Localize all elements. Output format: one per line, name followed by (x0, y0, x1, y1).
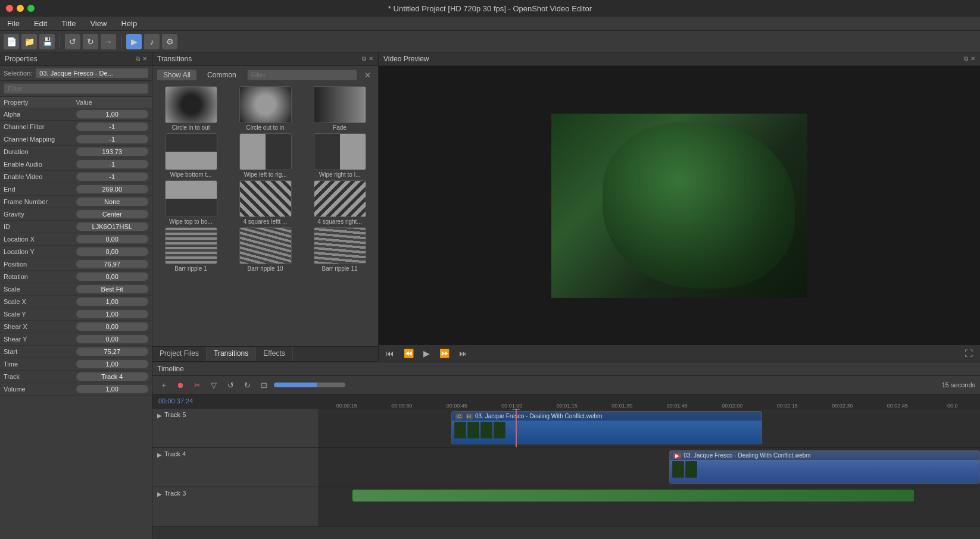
toolbar: 📄 📁 💾 ↺ ↻ → ▶ ♪ ⚙ (0, 31, 980, 52)
transition-item[interactable]: Barr ripple 11 (304, 227, 376, 272)
middle-section: Transitions ⧉ ✕ Show All Common ✕ Circle… (152, 52, 980, 539)
prop-value: LJK6O17HSL (76, 223, 149, 231)
transition-item[interactable]: Wipe right to l... (304, 133, 376, 178)
transition-thumbnail (165, 227, 217, 264)
prop-name: Enable Video (4, 173, 76, 180)
toolbar-save-btn[interactable]: 💾 (39, 34, 55, 49)
tl-insert-btn[interactable]: ▽ (207, 378, 220, 391)
track-4-arrow: ▶ (157, 452, 162, 458)
toolbar-open-btn[interactable]: 📁 (21, 34, 37, 49)
transitions-close-icon[interactable]: ✕ (369, 55, 373, 62)
prop-name: Duration (4, 148, 76, 155)
filter-clear-icon[interactable]: ✕ (362, 71, 373, 80)
transitions-filter-input[interactable] (247, 70, 357, 80)
menu-title[interactable]: Title (59, 18, 78, 29)
ruler-mark: 00:02:15 (760, 403, 815, 409)
video-preview-title: Video Preview (383, 55, 429, 63)
transition-item[interactable]: Wipe top to bo... (155, 180, 227, 225)
transition-item[interactable]: Wipe bottom t... (155, 133, 227, 178)
clip-track4-1[interactable]: ▶ 03. Jacque Fresco - Dealing With Confl… (669, 450, 980, 484)
transition-item[interactable]: Circle out to in (229, 86, 301, 131)
properties-close-icon[interactable]: ✕ (142, 55, 147, 62)
transitions-float-icon[interactable]: ⧉ (362, 55, 366, 62)
clip-track5-1[interactable]: C H 03. Jacque Fresco - Dealing With Con… (451, 411, 762, 444)
transition-thumbnail (314, 180, 366, 217)
transitions-grid: Circle in to out Circle out to in Fade W… (152, 84, 378, 346)
prop-value: Center (76, 210, 149, 218)
tl-record-btn[interactable]: ⏺ (174, 378, 187, 391)
toolbar-forward-btn[interactable]: → (101, 34, 116, 49)
vp-close-icon[interactable]: ✕ (970, 55, 975, 62)
toolbar-settings-btn[interactable]: ⚙ (162, 34, 177, 49)
menu-edit[interactable]: Edit (32, 18, 49, 29)
tab-common[interactable]: Common (201, 70, 242, 80)
video-frame (551, 114, 807, 298)
track-5-area: C H 03. Jacque Fresco - Dealing With Con… (319, 409, 980, 447)
clip-badge-c: C (455, 413, 463, 419)
menu-view[interactable]: View (88, 18, 109, 29)
properties-filter-input[interactable] (4, 83, 148, 94)
toolbar-redo-btn[interactable]: ↻ (83, 34, 98, 49)
vp-float-icon[interactable]: ⧉ (964, 55, 968, 62)
vc-next-frame-btn[interactable]: ⏩ (437, 347, 452, 359)
prop-name: Shear X (4, 323, 76, 330)
minimize-button[interactable] (17, 5, 24, 12)
tl-add-track-btn[interactable]: + (157, 378, 170, 391)
filter-row (0, 81, 152, 97)
vc-fullscreen-btn[interactable]: ⛶ (962, 347, 975, 359)
menu-file[interactable]: File (5, 18, 22, 29)
transition-item[interactable]: Wipe left to rig... (229, 133, 301, 178)
transition-item[interactable]: 4 squares right... (304, 180, 376, 225)
prop-name: Channel Filter (4, 123, 76, 130)
tab-show-all[interactable]: Show All (157, 70, 196, 80)
film-frame-4-1 (672, 461, 684, 478)
tab-project-files[interactable]: Project Files (152, 347, 207, 361)
tl-undo-tl-btn[interactable]: ↺ (224, 378, 237, 391)
toolbar-audio-btn[interactable]: ♪ (144, 34, 160, 49)
vc-rewind-btn[interactable]: ⏮ (383, 347, 397, 359)
clip-track3-audio[interactable] (352, 490, 915, 502)
video-overlay (551, 114, 807, 298)
table-row: Frame Number None (0, 196, 152, 208)
titlebar-buttons (0, 5, 35, 12)
transition-item[interactable]: Circle in to out (155, 86, 227, 131)
clip-film-strip-5 (452, 422, 761, 440)
tab-transitions[interactable]: Transitions (207, 347, 256, 361)
transition-item[interactable]: Barr ripple 1 (155, 227, 227, 272)
selection-row: Selection: 03. Jacque Fresco - De... (0, 66, 152, 81)
selection-value: 03. Jacque Fresco - De... (36, 68, 148, 78)
table-row: ID LJK6O17HSL (0, 221, 152, 233)
video-preview-header: Video Preview ⧉ ✕ (379, 52, 980, 66)
vc-play-btn[interactable]: ▶ (421, 347, 432, 359)
table-row: Time 1,00 (0, 358, 152, 371)
prop-value: 76,97 (76, 260, 149, 268)
prop-name: End (4, 186, 76, 193)
tl-zoom-bar[interactable] (274, 383, 345, 387)
tl-snap-btn[interactable]: ⊡ (257, 378, 270, 391)
prop-name: Shear Y (4, 336, 76, 343)
vc-fast-fwd-btn[interactable]: ⏭ (457, 347, 470, 359)
transition-item[interactable]: Fade (304, 86, 376, 131)
transition-item[interactable]: 4 squares leftt ... (229, 180, 301, 225)
col-property-header: Property (4, 99, 76, 106)
transition-item[interactable]: Barr ripple 10 (229, 227, 301, 272)
tab-effects[interactable]: Effects (256, 347, 292, 361)
table-row: Shear Y 0,00 (0, 333, 152, 346)
toolbar-new-btn[interactable]: 📄 (4, 34, 19, 49)
prop-value: 75,27 (76, 347, 149, 356)
toolbar-undo-btn[interactable]: ↺ (65, 34, 80, 49)
clip-badge-arrow: ▶ (673, 453, 681, 459)
tl-redo-tl-btn[interactable]: ↻ (241, 378, 254, 391)
track-4-label: ▶ Track 4 (152, 448, 319, 487)
prop-value: Best Fit (76, 285, 149, 293)
prop-value: 0,00 (76, 322, 149, 331)
table-row: End 269,00 (0, 183, 152, 196)
properties-float-icon[interactable]: ⧉ (136, 55, 140, 62)
menu-help[interactable]: Help (118, 18, 139, 29)
toolbar-video-mode-btn[interactable]: ▶ (126, 34, 142, 49)
close-button[interactable] (6, 5, 13, 12)
vc-prev-frame-btn[interactable]: ⏪ (401, 347, 416, 359)
track-5-name: Track 5 (164, 411, 186, 418)
maximize-button[interactable] (27, 5, 35, 12)
tl-cut-btn[interactable]: ✂ (191, 378, 204, 391)
